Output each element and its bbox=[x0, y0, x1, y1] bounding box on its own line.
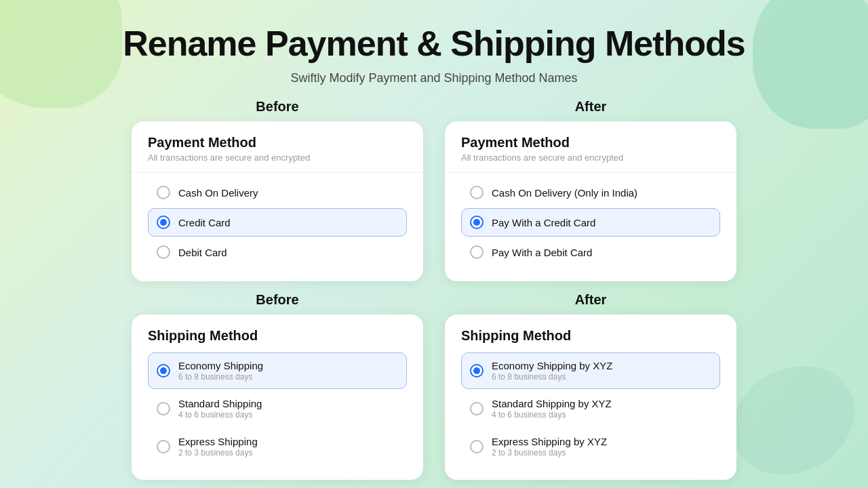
radio-unselected-4 bbox=[470, 245, 484, 259]
payment-before-card-subtitle: All transactions are secure and encrypte… bbox=[148, 152, 407, 163]
payment-after-card-title: Payment Method bbox=[461, 135, 720, 150]
shipping-after-card: Shipping Method Economy Shipping by XYZ … bbox=[445, 314, 736, 480]
shipping-before-option-2[interactable]: Standard Shipping 4 to 6 business days bbox=[148, 390, 407, 427]
payment-before-card: Payment Method All transactions are secu… bbox=[132, 121, 423, 281]
shipping-before-label-2: Standard Shipping bbox=[178, 398, 262, 409]
radio-selected-3 bbox=[157, 364, 170, 378]
radio-unselected-8 bbox=[470, 440, 484, 453]
radio-selected-1 bbox=[157, 216, 170, 229]
shipping-after-option-2[interactable]: Standard Shipping by XYZ 4 to 6 business… bbox=[461, 390, 720, 427]
payment-before-option-label-1: Cash On Delivery bbox=[178, 187, 258, 199]
radio-unselected-1 bbox=[157, 186, 170, 199]
shipping-before-option-1[interactable]: Economy Shipping 6 to 8 business days bbox=[148, 352, 407, 389]
payment-section-row: Before Payment Method All transactions a… bbox=[41, 99, 827, 281]
radio-unselected-2 bbox=[157, 245, 170, 259]
payment-after-option-3[interactable]: Pay With a Debit Card bbox=[461, 238, 720, 266]
payment-before-option-1[interactable]: Cash On Delivery bbox=[148, 178, 407, 207]
shipping-after-label-2: Standard Shipping by XYZ bbox=[492, 398, 612, 409]
radio-unselected-5 bbox=[157, 402, 170, 415]
page-title: Rename Payment & Shipping Methods bbox=[123, 24, 745, 63]
page-subtitle: Swiftly Modify Payment and Shipping Meth… bbox=[290, 71, 577, 85]
shipping-after-label-1: Economy Shipping by XYZ bbox=[492, 360, 612, 371]
payment-after-card-subtitle: All transactions are secure and encrypte… bbox=[461, 152, 720, 163]
payment-after-option-2[interactable]: Pay With a Credit Card bbox=[461, 208, 720, 237]
sections-wrapper: Before Payment Method All transactions a… bbox=[41, 99, 827, 480]
shipping-before-label: Before bbox=[256, 292, 298, 308]
shipping-after-sublabel-3: 2 to 3 business days bbox=[492, 448, 607, 458]
shipping-before-label-1: Economy Shipping bbox=[178, 360, 263, 371]
shipping-before-sublabel-3: 2 to 3 business days bbox=[178, 448, 258, 458]
shipping-before-sublabel-1: 6 to 8 business days bbox=[178, 372, 263, 382]
shipping-after-option-1[interactable]: Economy Shipping by XYZ 6 to 8 business … bbox=[461, 352, 720, 389]
payment-before-divider bbox=[132, 172, 423, 173]
radio-unselected-7 bbox=[470, 402, 484, 415]
shipping-before-option-3[interactable]: Express Shipping 2 to 3 business days bbox=[148, 428, 407, 465]
shipping-before-label-3: Express Shipping bbox=[178, 436, 258, 447]
shipping-before-sublabel-2: 4 to 6 business days bbox=[178, 410, 262, 420]
payment-before-col: Before Payment Method All transactions a… bbox=[132, 99, 423, 281]
radio-inner-4 bbox=[473, 367, 480, 374]
payment-before-option-label-2: Credit Card bbox=[178, 217, 231, 228]
payment-after-card: Payment Method All transactions are secu… bbox=[445, 121, 736, 281]
payment-before-label: Before bbox=[256, 99, 298, 115]
radio-unselected-3 bbox=[470, 186, 484, 199]
shipping-section-row: Before Shipping Method Economy Shipping … bbox=[41, 292, 827, 480]
radio-inner-3 bbox=[160, 367, 167, 374]
shipping-after-sublabel-1: 6 to 8 business days bbox=[492, 372, 612, 382]
payment-before-option-2[interactable]: Credit Card bbox=[148, 208, 407, 237]
shipping-before-card-title: Shipping Method bbox=[148, 328, 407, 344]
shipping-after-label-3: Express Shipping by XYZ bbox=[492, 436, 607, 447]
payment-before-card-title: Payment Method bbox=[148, 135, 407, 150]
payment-after-option-label-2: Pay With a Credit Card bbox=[492, 217, 595, 228]
shipping-before-col: Before Shipping Method Economy Shipping … bbox=[132, 292, 423, 480]
payment-after-label: After bbox=[575, 99, 607, 115]
shipping-after-card-title: Shipping Method bbox=[461, 328, 720, 344]
shipping-after-sublabel-2: 4 to 6 business days bbox=[492, 410, 612, 420]
payment-before-option-label-3: Debit Card bbox=[178, 247, 227, 258]
payment-after-divider bbox=[445, 172, 736, 173]
radio-inner-1 bbox=[160, 219, 167, 226]
radio-selected-2 bbox=[470, 216, 484, 229]
radio-unselected-6 bbox=[157, 440, 170, 453]
shipping-after-option-3[interactable]: Express Shipping by XYZ 2 to 3 business … bbox=[461, 428, 720, 465]
shipping-after-col: After Shipping Method Economy Shipping b… bbox=[445, 292, 736, 480]
radio-selected-4 bbox=[470, 364, 484, 378]
shipping-after-label: After bbox=[575, 292, 607, 308]
payment-after-option-label-3: Pay With a Debit Card bbox=[492, 247, 592, 258]
radio-inner-2 bbox=[473, 219, 480, 226]
payment-after-option-label-1: Cash On Delivery (Only in India) bbox=[492, 187, 637, 199]
shipping-before-card: Shipping Method Economy Shipping 6 to 8 … bbox=[132, 314, 423, 480]
payment-before-option-3[interactable]: Debit Card bbox=[148, 238, 407, 266]
page-content: Rename Payment & Shipping Methods Swiftl… bbox=[0, 0, 868, 488]
payment-after-option-1[interactable]: Cash On Delivery (Only in India) bbox=[461, 178, 720, 207]
payment-after-col: After Payment Method All transactions ar… bbox=[445, 99, 736, 281]
